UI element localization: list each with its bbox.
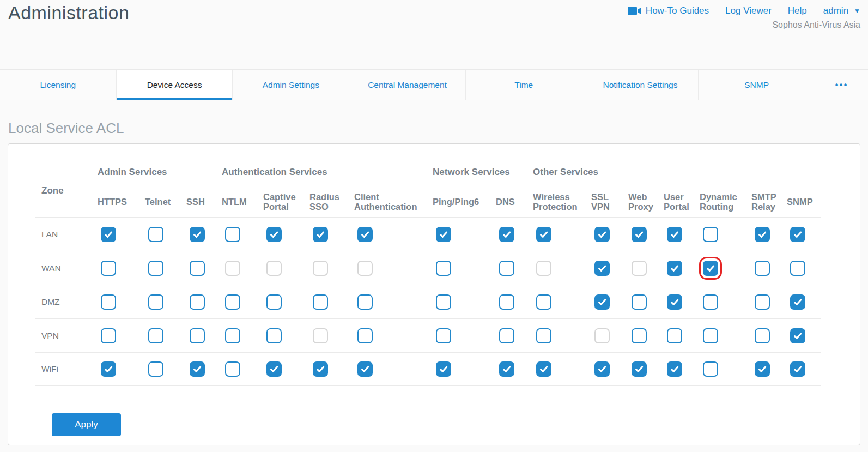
checkbox-wan-https[interactable]: [101, 261, 116, 276]
checkbox-dmz-user-portal[interactable]: [667, 294, 682, 310]
checkbox-wifi-telnet[interactable]: [148, 361, 163, 377]
checkbox-dmz-snmp[interactable]: [790, 294, 805, 310]
checkbox-vpn-wireless-protection[interactable]: [536, 328, 551, 343]
checkbox-wan-user-portal[interactable]: [667, 261, 682, 276]
checkbox-wifi-ssh[interactable]: [190, 361, 205, 377]
acl-cell: [145, 352, 186, 386]
checkbox-dmz-telnet[interactable]: [148, 294, 163, 310]
checkbox-wan-dynamic-routing-highlighted[interactable]: [703, 261, 718, 276]
checkbox-vpn-https[interactable]: [101, 328, 116, 343]
checkbox-dmz-ssh[interactable]: [190, 294, 205, 310]
checkbox-wifi-web-proxy[interactable]: [632, 361, 647, 377]
column-header-client-authentication: Client Authentication: [354, 186, 433, 217]
checkbox-wan-dns[interactable]: [499, 261, 514, 276]
acl-cell: [628, 251, 664, 285]
checkbox-wifi-smtp-relay[interactable]: [755, 361, 770, 377]
checkbox-lan-telnet[interactable]: [148, 227, 163, 242]
group-header-authentication-services: Authentication Services: [222, 165, 433, 186]
tab-time[interactable]: Time: [465, 70, 582, 100]
acl-cell: [591, 285, 628, 318]
checkbox-dmz-web-proxy[interactable]: [632, 294, 647, 310]
checkbox-vpn-ntlm[interactable]: [225, 328, 240, 343]
checkbox-dmz-captive-portal[interactable]: [266, 294, 282, 310]
checkbox-lan-wireless-protection[interactable]: [536, 227, 551, 242]
checkbox-wifi-user-portal[interactable]: [667, 361, 682, 377]
checkbox-vpn-dynamic-routing[interactable]: [703, 328, 718, 343]
tab-admin-settings[interactable]: Admin Settings: [232, 70, 349, 100]
checkbox-wan-smtp-relay[interactable]: [755, 261, 770, 276]
header-link-help[interactable]: Help: [788, 5, 807, 16]
checkbox-wifi-ping-ping6[interactable]: [436, 361, 451, 377]
header-link-how-to-guides[interactable]: How-To Guides: [627, 5, 709, 16]
acl-cell: [700, 251, 751, 285]
checkbox-lan-snmp[interactable]: [790, 227, 805, 242]
checkbox-lan-client-authentication[interactable]: [357, 227, 373, 242]
checkbox-wifi-captive-portal[interactable]: [266, 361, 282, 377]
column-header-wireless-protection: Wireless Protection: [533, 186, 591, 217]
acl-cell: [98, 251, 145, 285]
checkbox-dmz-ping-ping6[interactable]: [436, 294, 451, 310]
acl-cell: [751, 217, 787, 251]
checkbox-lan-web-proxy[interactable]: [632, 227, 647, 242]
acl-cell: [145, 285, 186, 318]
checkbox-lan-smtp-relay[interactable]: [755, 227, 770, 242]
checkbox-dmz-https[interactable]: [101, 294, 116, 310]
page-header: Administration How-To GuidesLog ViewerHe…: [0, 0, 868, 69]
checkbox-lan-dns[interactable]: [499, 227, 514, 242]
checkbox-lan-radius-sso[interactable]: [313, 227, 328, 242]
checkbox-lan-user-portal[interactable]: [667, 227, 682, 242]
checkbox-lan-ping-ping6[interactable]: [436, 227, 451, 242]
acl-cell: [628, 217, 664, 251]
checkbox-vpn-user-portal[interactable]: [667, 328, 682, 343]
tab-snmp[interactable]: SNMP: [698, 70, 815, 100]
checkbox-dmz-wireless-protection[interactable]: [536, 294, 551, 310]
checkbox-wifi-client-authentication[interactable]: [357, 361, 373, 377]
checkbox-wifi-ntlm[interactable]: [225, 361, 240, 377]
checkbox-vpn-ssh[interactable]: [190, 328, 205, 343]
checkbox-lan-captive-portal[interactable]: [266, 227, 282, 242]
checkbox-wan-ssl-vpn[interactable]: [594, 261, 610, 276]
checkbox-lan-dynamic-routing[interactable]: [703, 227, 718, 242]
acl-cell: [354, 251, 433, 285]
checkbox-lan-https[interactable]: [101, 227, 116, 242]
tab-device-access[interactable]: Device Access: [116, 70, 233, 100]
checkbox-vpn-ping-ping6[interactable]: [436, 328, 451, 343]
checkbox-wifi-dns[interactable]: [499, 361, 514, 377]
checkbox-wan-snmp[interactable]: [790, 261, 805, 276]
checkbox-vpn-telnet[interactable]: [148, 328, 163, 343]
checkbox-vpn-smtp-relay[interactable]: [755, 328, 770, 343]
checkbox-vpn-client-authentication[interactable]: [357, 328, 373, 343]
checkbox-dmz-dns[interactable]: [499, 294, 514, 310]
tab-notification-settings[interactable]: Notification Settings: [582, 70, 699, 100]
checkbox-wan-ssh[interactable]: [190, 261, 205, 276]
header-link-log-viewer[interactable]: Log Viewer: [725, 5, 772, 16]
checkbox-lan-ssl-vpn[interactable]: [594, 227, 610, 242]
checkbox-dmz-radius-sso[interactable]: [313, 294, 328, 310]
checkbox-dmz-dynamic-routing[interactable]: [703, 294, 718, 310]
checkbox-vpn-snmp[interactable]: [790, 328, 805, 343]
checkbox-wan-telnet[interactable]: [148, 261, 163, 276]
checkbox-wifi-dynamic-routing[interactable]: [703, 361, 718, 377]
tab-central-management[interactable]: Central Management: [349, 70, 465, 100]
apply-button[interactable]: Apply: [52, 413, 121, 436]
checkbox-wifi-radius-sso[interactable]: [313, 361, 328, 377]
checkbox-vpn-dns[interactable]: [499, 328, 514, 343]
checkbox-lan-ntlm[interactable]: [225, 227, 240, 242]
checkbox-wifi-snmp[interactable]: [790, 361, 805, 377]
checkbox-wifi-ssl-vpn[interactable]: [594, 361, 610, 377]
more-tabs-icon[interactable]: •••: [815, 70, 868, 100]
checkbox-vpn-captive-portal[interactable]: [266, 328, 282, 343]
checkbox-dmz-smtp-relay[interactable]: [755, 294, 770, 310]
checkbox-wifi-wireless-protection[interactable]: [536, 361, 551, 377]
checkbox-wan-ping-ping6[interactable]: [436, 261, 451, 276]
checkbox-dmz-ssl-vpn[interactable]: [594, 294, 610, 310]
checkbox-wifi-https[interactable]: [101, 361, 116, 377]
zone-label-wifi: WiFi: [35, 352, 98, 386]
checkbox-dmz-ntlm[interactable]: [225, 294, 240, 310]
checkbox-dmz-client-authentication[interactable]: [357, 294, 373, 310]
tab-licensing[interactable]: Licensing: [0, 70, 116, 100]
checkbox-lan-ssh[interactable]: [190, 227, 205, 242]
header-link-admin[interactable]: admin▼: [823, 5, 860, 16]
checkbox-vpn-web-proxy[interactable]: [632, 328, 647, 343]
zone-column-header: Zone: [35, 165, 98, 217]
